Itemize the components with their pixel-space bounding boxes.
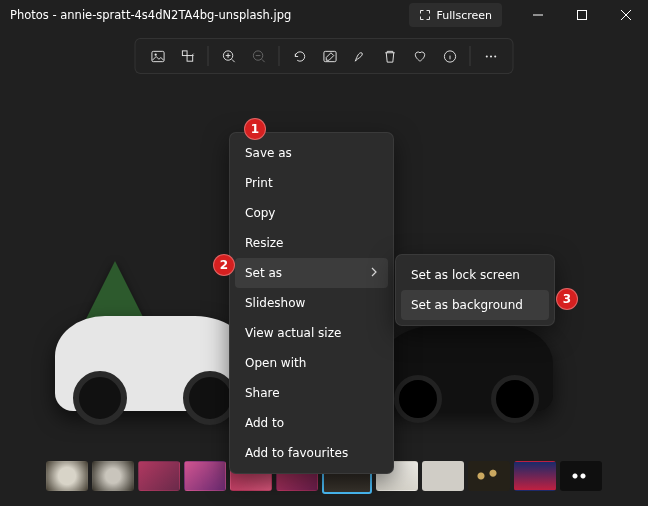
svg-rect-4 [187,55,193,61]
menu-label: Save as [245,146,292,160]
more-icon [483,49,498,64]
menu-item-add-to[interactable]: Add to [235,408,388,438]
svg-rect-0 [578,11,587,20]
toolbar-separator [279,46,280,66]
callout-3: 3 [556,288,578,310]
menu-item-add-to-favourites[interactable]: Add to favourites [235,438,388,468]
menu-item-share[interactable]: Share [235,378,388,408]
menu-label: Set as background [411,298,523,312]
info-button[interactable] [436,42,464,70]
menu-label: Print [245,176,273,190]
menu-label: Slideshow [245,296,305,310]
photo-tree [85,261,145,321]
favourite-button[interactable] [406,42,434,70]
thumbnail[interactable] [560,461,602,491]
delete-button[interactable] [376,42,404,70]
thumbnail[interactable] [514,461,556,491]
favourite-icon [412,49,427,64]
window-title: Photos - annie-spratt-4s4dN2TA4bg-unspla… [10,8,409,22]
thumbnail[interactable] [184,461,226,491]
image-compare-icon [150,49,165,64]
svg-rect-1 [151,51,163,61]
edit-button[interactable] [316,42,344,70]
zoom-in-button[interactable] [215,42,243,70]
menu-label: View actual size [245,326,341,340]
minimize-button[interactable] [516,0,560,30]
svg-point-9 [485,55,487,57]
photo-car-white [55,316,255,411]
callout-2: 2 [213,254,235,276]
menu-label: Set as lock screen [411,268,520,282]
submenu-item-lock-screen[interactable]: Set as lock screen [401,260,549,290]
context-menu: Save as Print Copy Resize Set as Slidesh… [229,132,394,474]
menu-label: Share [245,386,280,400]
chevron-right-icon [370,266,378,280]
maximize-button[interactable] [560,0,604,30]
thumbnail[interactable] [422,461,464,491]
menu-item-print[interactable]: Print [235,168,388,198]
crop-icon [180,49,195,64]
svg-point-10 [489,55,491,57]
menu-item-resize[interactable]: Resize [235,228,388,258]
title-bar: Photos - annie-spratt-4s4dN2TA4bg-unspla… [0,0,648,30]
menu-label: Set as [245,266,282,280]
markup-icon [352,49,367,64]
fullscreen-icon [419,9,431,21]
menu-label: Add to [245,416,284,430]
submenu-item-background[interactable]: Set as background [401,290,549,320]
crop-button[interactable] [174,42,202,70]
markup-button[interactable] [346,42,374,70]
zoom-out-button[interactable] [245,42,273,70]
thumbnail[interactable] [468,461,510,491]
menu-item-set-as[interactable]: Set as [235,258,388,288]
title-buttons: Fullscreen [409,0,648,30]
svg-point-2 [154,53,156,55]
svg-rect-7 [323,51,335,61]
image-compare-button[interactable] [144,42,172,70]
photo-car-black [378,326,553,411]
toolbar-separator [208,46,209,66]
svg-point-11 [494,55,496,57]
maximize-icon [577,10,587,20]
minimize-icon [533,10,543,20]
menu-item-open-with[interactable]: Open with [235,348,388,378]
menu-item-view-actual-size[interactable]: View actual size [235,318,388,348]
menu-item-copy[interactable]: Copy [235,198,388,228]
thumbnail[interactable] [138,461,180,491]
zoom-out-icon [251,49,266,64]
photo-toolbar [135,38,514,74]
edit-icon [322,49,337,64]
toolbar-separator [470,46,471,66]
callout-1: 1 [244,118,266,140]
rotate-button[interactable] [286,42,314,70]
svg-rect-3 [182,50,187,55]
delete-icon [382,49,397,64]
zoom-in-icon [221,49,236,64]
menu-label: Copy [245,206,275,220]
menu-item-save-as[interactable]: Save as [235,138,388,168]
photos-app-window: Photos - annie-spratt-4s4dN2TA4bg-unspla… [0,0,648,506]
rotate-icon [292,49,307,64]
fullscreen-label: Fullscreen [437,9,492,22]
menu-label: Add to favourites [245,446,348,460]
close-icon [621,10,631,20]
menu-label: Resize [245,236,283,250]
thumbnail[interactable] [92,461,134,491]
menu-item-slideshow[interactable]: Slideshow [235,288,388,318]
set-as-submenu: Set as lock screen Set as background [395,254,555,326]
info-icon [442,49,457,64]
thumbnail[interactable] [46,461,88,491]
more-button[interactable] [477,42,505,70]
close-button[interactable] [604,0,648,30]
menu-label: Open with [245,356,306,370]
fullscreen-button[interactable]: Fullscreen [409,3,502,27]
